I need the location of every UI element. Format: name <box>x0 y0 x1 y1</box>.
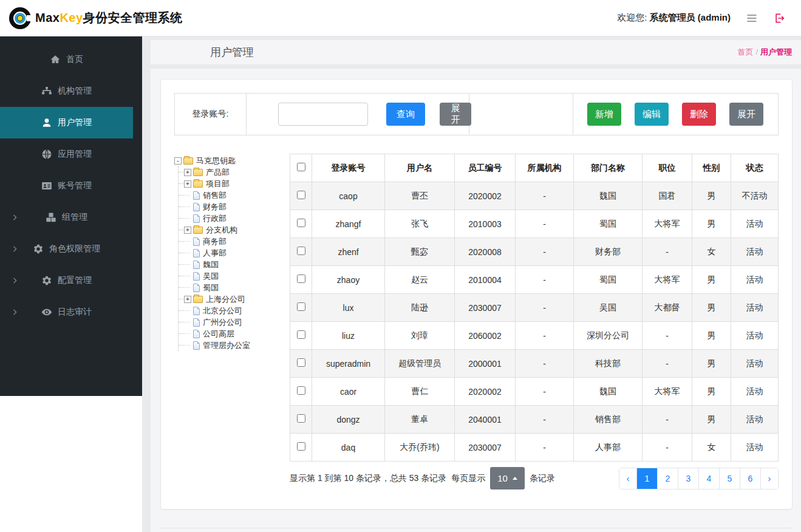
tree-node[interactable]: 公司高层 <box>179 328 290 339</box>
tree-node[interactable]: 北京分公司 <box>179 305 290 316</box>
tree-connector <box>184 250 191 257</box>
table-cell: 董卓 <box>385 406 455 434</box>
row-checkbox[interactable] <box>297 358 305 367</box>
breadcrumb-home-link[interactable]: 首页 <box>737 47 753 56</box>
tree-node-label: 项目部 <box>205 179 231 189</box>
table-row[interactable]: daq大乔(乔玮)2030007-人事部-女活动 <box>290 434 779 462</box>
sidebar-item-role[interactable]: 角色权限管理 <box>0 233 133 265</box>
tree-expander-plus-icon[interactable]: + <box>184 169 191 176</box>
page-button-1[interactable]: 1 <box>637 468 657 489</box>
tree-node[interactable]: 销售部 <box>179 189 290 201</box>
table-cell: lux <box>312 294 385 322</box>
tree-node[interactable]: +产品部 <box>179 166 290 178</box>
row-checkbox[interactable] <box>297 330 305 339</box>
select-all-checkbox[interactable] <box>297 163 305 171</box>
column-header: 职位 <box>643 154 692 182</box>
row-checkbox[interactable] <box>297 442 305 451</box>
table-row[interactable]: zhaoy赵云2010004-蜀国大将军男活动 <box>290 266 779 294</box>
tree-expander-plus-icon[interactable]: + <box>184 296 191 303</box>
table-cell: 超级管理员 <box>385 350 455 378</box>
sidebar-item-account[interactable]: 账号管理 <box>0 170 133 202</box>
page-button-5[interactable]: 5 <box>720 468 740 489</box>
login-account-input[interactable] <box>278 103 368 126</box>
page-title: 用户管理 <box>151 45 254 60</box>
table-row[interactable]: lux陆逊2030007-吴国大都督男活动 <box>290 294 779 322</box>
tree-node[interactable]: 吴国 <box>179 270 290 282</box>
tree-node[interactable]: 魏国 <box>179 259 290 270</box>
folder-icon <box>193 180 203 188</box>
table-cell: 2020008 <box>455 238 516 266</box>
row-checkbox[interactable] <box>297 247 305 255</box>
row-checkbox[interactable] <box>297 302 305 311</box>
sidebar-item-config[interactable]: 配置管理 <box>0 265 133 296</box>
table-cell: superadmin <box>312 350 385 378</box>
tree-connector <box>184 261 191 268</box>
delete-button[interactable]: 删除 <box>682 103 716 126</box>
table-row[interactable]: zhangf张飞2010003-蜀国大将军男活动 <box>290 210 779 238</box>
tree-node[interactable]: +项目部 <box>179 178 290 189</box>
tree-node[interactable]: 行政部 <box>179 213 290 224</box>
pagination-bar: 显示第 1 到第 10 条记录，总共 53 条记录 每页显示 10 条记录 ‹1… <box>290 467 779 489</box>
table-cell: liuz <box>312 322 385 350</box>
table-row[interactable]: liuz刘璋2060002-深圳分公司-男活动 <box>290 322 779 350</box>
tree-node[interactable]: 管理层办公室 <box>179 339 290 351</box>
tree-node[interactable]: 财务部 <box>179 201 290 213</box>
menu-icon[interactable] <box>745 12 758 25</box>
file-icon <box>193 237 200 246</box>
sidebar-item-audit[interactable]: 日志审计 <box>0 296 133 328</box>
table-row[interactable]: dongz董卓2040001-销售部-男活动 <box>290 406 779 434</box>
tree-node-label: 马克思钥匙 <box>195 155 237 166</box>
tree-node[interactable]: +上海分公司 <box>179 293 290 305</box>
sidebar-item-home[interactable]: 首页 <box>0 44 133 75</box>
column-header: 状态 <box>731 154 779 182</box>
table-row[interactable]: zhenf甄宓2020008-财务部-女活动 <box>290 238 779 266</box>
row-checkbox[interactable] <box>297 386 305 395</box>
tree-expander-minus-icon[interactable]: - <box>174 157 182 165</box>
sidebar-item-group[interactable]: 组管理 <box>0 202 133 233</box>
row-checkbox[interactable] <box>297 219 305 227</box>
tree-node[interactable]: 人事部 <box>179 247 290 259</box>
table-cell: - <box>516 406 574 434</box>
tree-node-label: 分支机构 <box>205 225 239 236</box>
org-tree: -马克思钥匙+产品部+项目部销售部财务部行政部+分支机构商务部人事部魏国吴国蜀国… <box>174 154 290 489</box>
page-button-4[interactable]: 4 <box>699 468 719 489</box>
file-icon <box>193 318 200 327</box>
row-checkbox[interactable] <box>297 275 305 283</box>
page-button-6[interactable]: 6 <box>740 468 760 489</box>
table-cell: 男 <box>692 210 731 238</box>
tree-node-label: 财务部 <box>202 202 228 213</box>
row-checkbox[interactable] <box>297 191 305 199</box>
page-size-dropdown[interactable]: 10 <box>490 467 525 489</box>
add-button[interactable]: 新增 <box>587 103 621 126</box>
table-cell: - <box>516 322 574 350</box>
brand-logo: MaxKey身份安全管理系统 <box>9 7 183 30</box>
tree-node[interactable]: +分支机构 <box>179 224 290 236</box>
caret-up-icon <box>513 477 517 480</box>
tree-node[interactable]: -马克思钥匙 <box>174 155 290 166</box>
sidebar-item-org[interactable]: 机构管理 <box>0 75 133 107</box>
table-cell: 大将军 <box>643 378 692 406</box>
query-button[interactable]: 查询 <box>386 103 425 126</box>
search-expand-button[interactable]: 展开 <box>440 103 471 126</box>
tree-node[interactable]: 蜀国 <box>179 282 290 293</box>
table-row[interactable]: caop曹丕2020002-魏国国君男不活动 <box>290 182 779 210</box>
tree-node-label: 吴国 <box>202 271 220 282</box>
sidebar-item-label: 配置管理 <box>58 275 92 286</box>
tree-expander-plus-icon[interactable]: + <box>184 227 191 234</box>
tree-node-label: 商务部 <box>202 236 228 247</box>
edit-button[interactable]: 编辑 <box>635 103 669 126</box>
prev-page-button[interactable]: ‹ <box>619 468 636 489</box>
next-page-button[interactable]: › <box>761 468 778 489</box>
tree-node[interactable]: 商务部 <box>179 236 290 247</box>
logout-icon[interactable] <box>773 12 786 25</box>
page-button-2[interactable]: 2 <box>658 468 678 489</box>
expand-button[interactable]: 展开 <box>729 103 763 126</box>
page-button-3[interactable]: 3 <box>678 468 698 489</box>
tree-expander-plus-icon[interactable]: + <box>184 180 191 188</box>
tree-node[interactable]: 广州分公司 <box>179 316 290 328</box>
table-row[interactable]: superadmin超级管理员2000001-科技部-男活动 <box>290 350 779 378</box>
sidebar-item-user[interactable]: 用户管理 <box>0 107 133 138</box>
row-checkbox[interactable] <box>297 414 305 423</box>
sidebar-item-app[interactable]: 应用管理 <box>0 138 133 170</box>
table-row[interactable]: caor曹仁2020002-魏国大将军男活动 <box>290 378 779 406</box>
